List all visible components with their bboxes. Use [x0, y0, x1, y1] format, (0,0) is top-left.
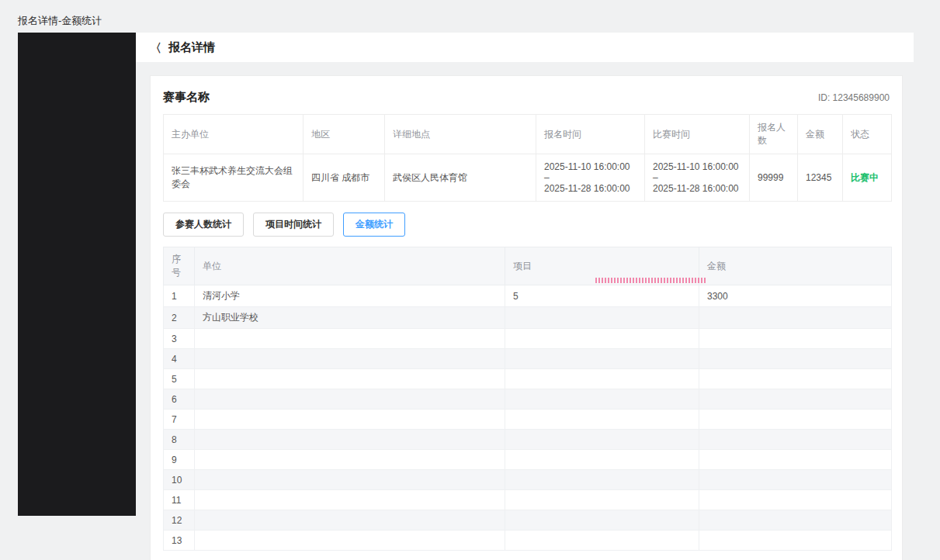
cell-index: 9 [164, 450, 195, 470]
content-card: 赛事名称 ID: 12345689900 主办单位 地区 详细地点 报名时间 比… [150, 75, 903, 560]
main-area: 〈 报名详情 赛事名称 ID: 12345689900 主办单位 地区 详细地点… [136, 33, 914, 560]
cell-index: 3 [164, 329, 195, 349]
event-section-title: 赛事名称 [163, 90, 210, 105]
col-status: 状态 [843, 115, 892, 154]
cell-unit: 方山职业学校 [195, 307, 505, 329]
cell-signup-time: 2025-11-10 16:00:00 – 2025-11-28 16:00:0… [536, 154, 645, 202]
cell-index: 2 [164, 307, 195, 329]
cell-organizer: 张三丰杯武术养生交流大会组委会 [164, 154, 304, 202]
stats-tabs: 参赛人数统计 项目时间统计 金额统计 [163, 213, 890, 237]
cell-money [699, 490, 892, 510]
cell-project [505, 410, 699, 430]
cell-money [699, 510, 892, 531]
cell-money: 3300 [699, 285, 892, 307]
cell-project [505, 510, 699, 531]
cell-money [699, 369, 892, 389]
cell-money [699, 430, 892, 450]
cell-money [699, 349, 892, 369]
table-row: 5 [164, 369, 892, 389]
cell-address: 武侯区人民体育馆 [385, 154, 536, 202]
table-row: 12 [164, 510, 892, 531]
col-unit: 单位 [195, 247, 505, 285]
page-header: 〈 报名详情 [136, 33, 914, 62]
event-header-row: 主办单位 地区 详细地点 报名时间 比赛时间 报名人数 金额 状态 [164, 115, 892, 154]
cell-index: 6 [164, 389, 195, 410]
breadcrumb: 报名详情-金额统计 [18, 14, 102, 28]
cell-project [505, 389, 699, 410]
sidebar [18, 33, 136, 516]
cell-project [505, 490, 699, 510]
cell-unit [195, 510, 505, 531]
cell-unit [195, 470, 505, 490]
tab-participant-count-stats[interactable]: 参赛人数统计 [163, 213, 244, 237]
cell-index: 10 [164, 470, 195, 490]
tab-amount-stats[interactable]: 金额统计 [343, 213, 405, 237]
cell-match-time: 2025-11-10 16:00:00 – 2025-11-28 16:00:0… [645, 154, 750, 202]
col-match-time: 比赛时间 [645, 115, 750, 154]
watermark-text [595, 278, 706, 283]
table-row: 2方山职业学校 [164, 307, 892, 329]
table-row: 1清河小学53300 [164, 285, 892, 307]
cell-money [699, 410, 892, 430]
cell-unit [195, 430, 505, 450]
cell-project [505, 307, 699, 329]
cell-project [505, 349, 699, 369]
cell-index: 11 [164, 490, 195, 510]
cell-unit [195, 450, 505, 470]
cell-money [699, 450, 892, 470]
cell-unit [195, 329, 505, 349]
cell-unit [195, 349, 505, 369]
cell-project [505, 470, 699, 490]
cell-project [505, 430, 699, 450]
stats-table-body: 1清河小学533002方山职业学校345678910111213 [164, 285, 892, 551]
cell-project [505, 450, 699, 470]
event-id: ID: 12345689900 [818, 92, 890, 103]
col-signup-time: 报名时间 [536, 115, 645, 154]
table-row: 4 [164, 349, 892, 369]
back-icon[interactable]: 〈 [150, 42, 161, 54]
table-row: 7 [164, 410, 892, 430]
cell-index: 7 [164, 410, 195, 430]
cell-unit [195, 490, 505, 510]
table-row: 10 [164, 470, 892, 490]
cell-amount: 12345 [798, 154, 843, 202]
col-index: 序号 [164, 247, 195, 285]
cell-region: 四川省 成都市 [304, 154, 385, 202]
col-amount: 金额 [798, 115, 843, 154]
page-title: 报名详情 [168, 40, 215, 55]
cell-unit [195, 389, 505, 410]
cell-index: 8 [164, 430, 195, 450]
table-row: 6 [164, 389, 892, 410]
cell-money [699, 329, 892, 349]
table-row: 11 [164, 490, 892, 510]
table-row: 8 [164, 430, 892, 450]
cell-unit: 清河小学 [195, 285, 505, 307]
col-money: 金额 [699, 247, 892, 285]
cell-index: 5 [164, 369, 195, 389]
cell-unit [195, 369, 505, 389]
cell-index: 13 [164, 531, 195, 551]
cell-project: 5 [505, 285, 699, 307]
col-address: 详细地点 [385, 115, 536, 154]
event-header: 赛事名称 ID: 12345689900 [163, 90, 890, 105]
status-badge: 比赛中 [843, 154, 892, 202]
col-region: 地区 [304, 115, 385, 154]
cell-project [505, 531, 699, 551]
table-row: 3 [164, 329, 892, 349]
table-row: 13 [164, 531, 892, 551]
amount-stats-table: 序号 单位 项目 金额 1清河小学533002方山职业学校34567891011… [163, 247, 892, 551]
cell-signup-count: 99999 [750, 154, 798, 202]
cell-money [699, 307, 892, 329]
cell-project [505, 329, 699, 349]
col-signup-count: 报名人数 [750, 115, 798, 154]
cell-unit [195, 531, 505, 551]
event-info-table: 主办单位 地区 详细地点 报名时间 比赛时间 报名人数 金额 状态 张三丰杯武术… [163, 114, 892, 202]
cell-index: 12 [164, 510, 195, 531]
cell-money [699, 470, 892, 490]
tab-project-time-stats[interactable]: 项目时间统计 [253, 213, 334, 237]
event-data-row: 张三丰杯武术养生交流大会组委会 四川省 成都市 武侯区人民体育馆 2025-11… [164, 154, 892, 202]
cell-money [699, 531, 892, 551]
cell-index: 1 [164, 285, 195, 307]
cell-money [699, 389, 892, 410]
cell-unit [195, 410, 505, 430]
